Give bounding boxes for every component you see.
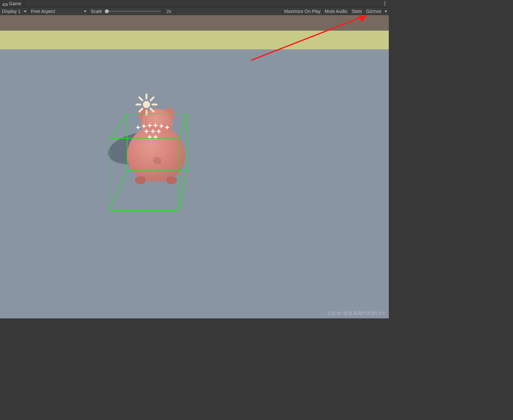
game-toolbar: Display 1 Free Aspect Scale 2x Maximize …	[0, 7, 389, 15]
window-menu-icon[interactable]	[381, 0, 389, 7]
svg-point-6	[143, 101, 150, 108]
gizmos-dropdown-caret[interactable]	[383, 7, 389, 15]
display-label: Display 1	[2, 9, 21, 14]
svg-line-14	[139, 109, 142, 112]
gamepad-icon	[3, 2, 8, 5]
watermark-text: CSDN @呆呆敲代码的小Y	[327, 310, 386, 316]
display-dropdown[interactable]: Display 1	[0, 7, 29, 15]
svg-point-5	[384, 5, 385, 5]
aspect-dropdown[interactable]: Free Aspect	[29, 7, 89, 15]
aspect-label: Free Aspect	[31, 9, 55, 14]
svg-line-11	[139, 97, 142, 100]
svg-line-12	[151, 109, 154, 112]
caret-down-icon	[84, 11, 86, 12]
scale-control: Scale	[89, 7, 163, 15]
tab-title: Game	[9, 1, 21, 6]
mute-audio-button[interactable]: Mute Audio	[323, 7, 350, 15]
svg-line-13	[151, 97, 154, 100]
sky-band-top	[0, 15, 389, 31]
tab-bar: Game	[0, 0, 389, 7]
svg-point-1	[4, 4, 5, 5]
gizmos-button[interactable]: Gizmos	[364, 7, 383, 15]
svg-rect-0	[3, 4, 8, 5]
tab-spacer	[24, 0, 381, 7]
svg-line-16	[179, 114, 187, 138]
svg-point-2	[6, 4, 6, 5]
scale-slider-thumb[interactable]	[105, 9, 109, 13]
svg-point-3	[384, 1, 385, 2]
svg-point-4	[384, 3, 385, 4]
svg-line-17	[179, 171, 187, 211]
svg-line-18	[110, 171, 127, 211]
scale-label: Scale	[91, 9, 102, 14]
game-viewport: CSDN @呆呆敲代码的小Y	[0, 15, 389, 318]
toolbar-spacer	[176, 7, 282, 15]
scale-slider[interactable]	[105, 11, 161, 12]
sky-band-horizon	[0, 31, 389, 49]
caret-down-icon	[385, 11, 387, 12]
box-collider-gizmo	[110, 114, 203, 217]
stats-button[interactable]: Stats	[350, 7, 364, 15]
scale-value: 2x	[163, 7, 176, 15]
directional-light-gizmo-icon	[135, 93, 158, 116]
caret-down-icon	[24, 11, 26, 12]
tab-game[interactable]: Game	[0, 0, 24, 7]
svg-line-15	[110, 114, 127, 138]
maximize-on-play-button[interactable]: Maximize On Play	[282, 7, 323, 15]
